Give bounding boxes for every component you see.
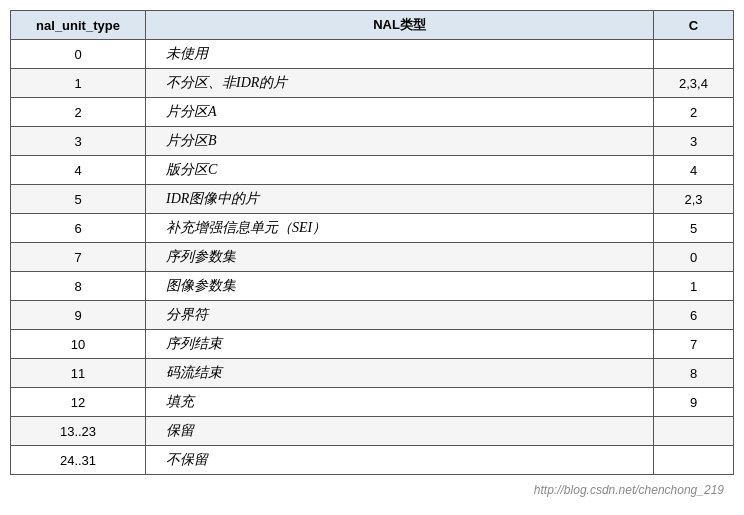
- cell-nal-unit-type: 5: [11, 185, 146, 214]
- cell-nal-type: 未使用: [146, 40, 654, 69]
- cell-nal-unit-type: 1: [11, 69, 146, 98]
- cell-nal-type: 序列结束: [146, 330, 654, 359]
- table-row: 5IDR图像中的片2,3: [11, 185, 734, 214]
- cell-c: 5: [654, 214, 734, 243]
- cell-nal-unit-type: 13..23: [11, 417, 146, 446]
- cell-nal-type: 保留: [146, 417, 654, 446]
- cell-c: 3: [654, 127, 734, 156]
- table-container: nal_unit_type NAL类型 C 0未使用1不分区、非IDR的片2,3…: [0, 0, 744, 515]
- cell-nal-unit-type: 8: [11, 272, 146, 301]
- cell-c: 1: [654, 272, 734, 301]
- cell-nal-type: 不分区、非IDR的片: [146, 69, 654, 98]
- nal-type-table: nal_unit_type NAL类型 C 0未使用1不分区、非IDR的片2,3…: [10, 10, 734, 475]
- table-row: 24..31不保留: [11, 446, 734, 475]
- cell-nal-type: 图像参数集: [146, 272, 654, 301]
- table-row: 11码流结束8: [11, 359, 734, 388]
- table-row: 12填充9: [11, 388, 734, 417]
- cell-nal-unit-type: 10: [11, 330, 146, 359]
- cell-c: 8: [654, 359, 734, 388]
- cell-nal-unit-type: 24..31: [11, 446, 146, 475]
- cell-nal-type: 码流结束: [146, 359, 654, 388]
- table-row: 2片分区A2: [11, 98, 734, 127]
- cell-c: 9: [654, 388, 734, 417]
- cell-nal-unit-type: 3: [11, 127, 146, 156]
- cell-nal-type: 序列参数集: [146, 243, 654, 272]
- table-row: 1不分区、非IDR的片2,3,4: [11, 69, 734, 98]
- cell-nal-type: 填充: [146, 388, 654, 417]
- table-row: 13..23保留: [11, 417, 734, 446]
- cell-c: 4: [654, 156, 734, 185]
- cell-nal-type: 版分区C: [146, 156, 654, 185]
- table-row: 3片分区B3: [11, 127, 734, 156]
- table-row: 6补充增强信息单元（SEI）5: [11, 214, 734, 243]
- table-row: 7序列参数集0: [11, 243, 734, 272]
- cell-nal-unit-type: 6: [11, 214, 146, 243]
- cell-c: 6: [654, 301, 734, 330]
- cell-c: [654, 417, 734, 446]
- cell-nal-type: 分界符: [146, 301, 654, 330]
- header-nal-type: NAL类型: [146, 11, 654, 40]
- table-row: 9分界符6: [11, 301, 734, 330]
- cell-nal-unit-type: 2: [11, 98, 146, 127]
- table-row: 8图像参数集1: [11, 272, 734, 301]
- header-nal-unit-type: nal_unit_type: [11, 11, 146, 40]
- cell-c: 0: [654, 243, 734, 272]
- cell-nal-unit-type: 0: [11, 40, 146, 69]
- cell-nal-type: 片分区A: [146, 98, 654, 127]
- cell-nal-unit-type: 9: [11, 301, 146, 330]
- cell-nal-unit-type: 4: [11, 156, 146, 185]
- cell-nal-type: 片分区B: [146, 127, 654, 156]
- cell-c: [654, 40, 734, 69]
- cell-nal-type: IDR图像中的片: [146, 185, 654, 214]
- cell-c: [654, 446, 734, 475]
- cell-nal-unit-type: 7: [11, 243, 146, 272]
- cell-nal-unit-type: 11: [11, 359, 146, 388]
- header-c: C: [654, 11, 734, 40]
- table-row: 0未使用: [11, 40, 734, 69]
- watermark: http://blog.csdn.net/chenchong_219: [534, 483, 724, 497]
- cell-nal-type: 不保留: [146, 446, 654, 475]
- cell-nal-type: 补充增强信息单元（SEI）: [146, 214, 654, 243]
- cell-nal-unit-type: 12: [11, 388, 146, 417]
- cell-c: 2,3,4: [654, 69, 734, 98]
- cell-c: 2,3: [654, 185, 734, 214]
- table-row: 10序列结束7: [11, 330, 734, 359]
- table-row: 4版分区C4: [11, 156, 734, 185]
- cell-c: 2: [654, 98, 734, 127]
- cell-c: 7: [654, 330, 734, 359]
- table-header-row: nal_unit_type NAL类型 C: [11, 11, 734, 40]
